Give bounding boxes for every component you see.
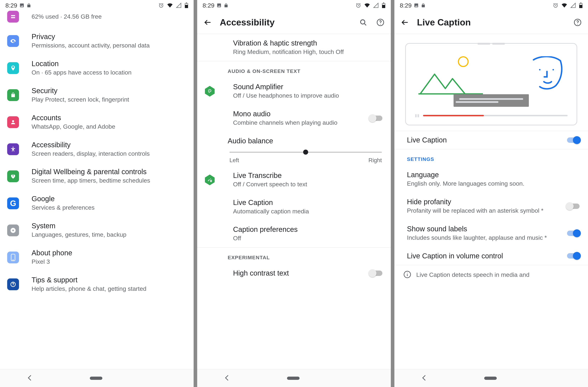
- alarm-icon: [553, 3, 558, 8]
- nav-back-icon[interactable]: [29, 376, 33, 381]
- livecaption-content[interactable]: ▮▮ Live Caption SETTINGS Language Englis…: [394, 34, 588, 369]
- signal-icon: [570, 3, 576, 8]
- volctl-toggle[interactable]: [566, 252, 581, 260]
- row-title: Location: [32, 60, 187, 68]
- nav-bar: [197, 369, 391, 387]
- mono-audio-toggle[interactable]: [369, 114, 384, 122]
- lock-icon: [224, 3, 228, 8]
- image-icon: [19, 3, 24, 8]
- row-sound-amplifier[interactable]: Sound Amplifier Off / Use headphones to …: [197, 78, 391, 105]
- row-sub: Help articles, phone & chat, getting sta…: [32, 285, 187, 293]
- row-sub: 62% used · 24.56 GB free: [32, 13, 187, 21]
- wifi-icon: [167, 2, 173, 8]
- nav-back-icon[interactable]: [226, 376, 230, 381]
- nav-home-icon[interactable]: [90, 377, 102, 380]
- nav-home-icon[interactable]: [287, 377, 299, 380]
- app-bar: Accessibility: [197, 11, 391, 34]
- lock-icon: [421, 3, 426, 8]
- wifi-icon: [562, 2, 567, 8]
- settings-row-tips[interactable]: Tips & support Help articles, phone & ch…: [0, 271, 194, 298]
- nav-back-icon[interactable]: [423, 376, 427, 381]
- google-icon: G: [7, 197, 19, 209]
- row-sound-labels[interactable]: Show sound labels Includes sounds like l…: [394, 220, 588, 247]
- svg-rect-3: [14, 41, 15, 42]
- page-title: Accessibility: [220, 17, 358, 28]
- face-icon: [530, 56, 564, 92]
- balance-right-label: Right: [368, 157, 382, 163]
- row-sub: Automatically caption media: [233, 207, 384, 216]
- nav-bar: [0, 369, 194, 387]
- row-sub: English only. More languages coming soon…: [407, 180, 581, 188]
- search-button[interactable]: [358, 17, 368, 27]
- row-live-transcribe[interactable]: Live Transcribe Off / Convert speech to …: [197, 166, 391, 194]
- accessibility-list[interactable]: Vibration & haptic strength Ring Medium,…: [197, 34, 391, 369]
- nav-home-icon[interactable]: [484, 377, 497, 380]
- row-sub: Screen readers, display, interaction con…: [32, 150, 187, 158]
- row-sub: Pixel 3: [32, 258, 187, 266]
- location-icon: [7, 62, 19, 74]
- accessibility-phone: 8:29 Accessibility Vibrat: [197, 0, 391, 387]
- status-bar: 8:29: [197, 0, 391, 11]
- row-live-caption[interactable]: Live Caption Automatically caption media: [197, 194, 391, 221]
- row-sub: Screen time, app timers, bedtime schedul…: [32, 177, 187, 185]
- row-title: Live Caption: [407, 136, 558, 144]
- row-mono-audio[interactable]: Mono audio Combine channels when playing…: [197, 105, 391, 132]
- battery-icon: [579, 3, 583, 8]
- row-hide-profanity[interactable]: Hide profanity Profanity will be replace…: [394, 193, 588, 220]
- row-title: Hide profanity: [407, 198, 558, 206]
- help-button[interactable]: [375, 17, 385, 27]
- row-high-contrast[interactable]: High contrast text: [197, 264, 391, 282]
- status-time: 8:29: [203, 2, 214, 9]
- settings-row-security[interactable]: Security Play Protect, screen lock, fing…: [0, 82, 194, 109]
- settings-row-about[interactable]: About phone Pixel 3: [0, 244, 194, 271]
- sound-amplifier-icon: [204, 86, 215, 97]
- help-icon: [7, 278, 19, 290]
- row-vibration[interactable]: Vibration & haptic strength Ring Medium,…: [197, 34, 391, 61]
- wifi-icon: [364, 2, 370, 8]
- status-time: 8:29: [400, 2, 412, 9]
- settings-row-storage[interactable]: 62% used · 24.56 GB free: [0, 11, 194, 28]
- alarm-icon: [158, 3, 164, 8]
- svg-point-15: [360, 20, 365, 24]
- row-sub: Off: [233, 234, 384, 243]
- mountain-icon: [419, 69, 483, 96]
- row-caption-preferences[interactable]: Caption preferences Off: [197, 220, 391, 247]
- row-volume-control[interactable]: Live Caption in volume control: [394, 247, 588, 265]
- settings-row-privacy[interactable]: Privacy Permissions, account activity, p…: [0, 28, 194, 55]
- svg-point-12: [13, 285, 13, 286]
- illustration-card: ▮▮: [405, 43, 577, 125]
- accessibility-icon: [7, 143, 19, 155]
- livecaption-phone: 8:29 Live Caption: [394, 0, 588, 387]
- row-title: Live Caption: [233, 199, 384, 206]
- row-title: Mono audio: [233, 110, 360, 118]
- soundlabels-toggle[interactable]: [566, 229, 581, 237]
- security-icon: [7, 89, 19, 101]
- audio-balance-slider[interactable]: [230, 152, 382, 153]
- row-title: Tips & support: [32, 276, 187, 284]
- settings-list[interactable]: 62% used · 24.56 GB free Privacy Permiss…: [0, 11, 194, 369]
- row-title: Language: [407, 171, 581, 179]
- svg-point-4: [12, 120, 14, 122]
- settings-row-system[interactable]: System Languages, gestures, time, backup: [0, 217, 194, 244]
- settings-row-accounts[interactable]: Accounts WhatsApp, Google, and Adobe: [0, 109, 194, 136]
- row-language[interactable]: Language English only. More languages co…: [394, 166, 588, 193]
- profanity-toggle[interactable]: [566, 202, 581, 210]
- high-contrast-toggle[interactable]: [369, 269, 384, 277]
- lock-icon: [26, 3, 31, 8]
- info-icon: [403, 270, 411, 278]
- svg-point-24: [577, 24, 578, 24]
- svg-point-8: [12, 229, 14, 231]
- row-title: Audio balance: [228, 137, 384, 145]
- back-button[interactable]: [400, 17, 410, 27]
- settings-row-wellbeing[interactable]: Digital Wellbeing & parental controls Sc…: [0, 163, 194, 190]
- settings-row-location[interactable]: Location On · 65 apps have access to loc…: [0, 55, 194, 82]
- row-audio-balance[interactable]: Audio balance Left Right: [197, 132, 391, 166]
- livecaption-toggle[interactable]: [566, 136, 581, 144]
- help-button[interactable]: [573, 17, 583, 27]
- back-button[interactable]: [203, 17, 213, 27]
- row-sub: Off / Convert speech to text: [233, 180, 384, 188]
- section-experimental-header: EXPERIMENTAL: [197, 248, 391, 264]
- settings-row-accessibility[interactable]: Accessibility Screen readers, display, i…: [0, 136, 194, 163]
- row-livecaption-master[interactable]: Live Caption: [394, 131, 588, 149]
- settings-row-google[interactable]: G Google Services & preferences: [0, 190, 194, 217]
